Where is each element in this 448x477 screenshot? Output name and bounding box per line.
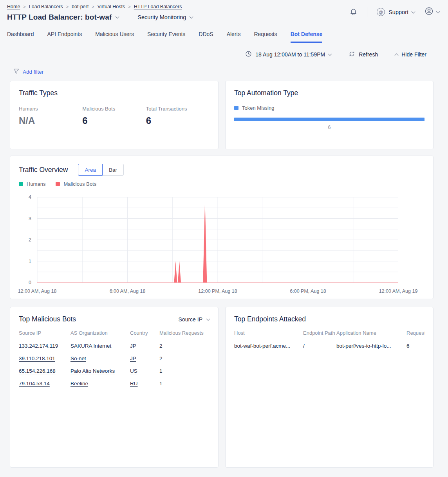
filter-bar: 18 Aug 12:00AM to 11:59PM Refresh Hide F…	[0, 51, 448, 58]
plot-area: 12:00 AM, Aug 186:00 AM, Aug 1812:00 PM,…	[37, 197, 398, 295]
top-malicious-bots-card: Top Malicious Bots Source IP Source IPAS…	[10, 307, 219, 468]
y-tick-label: 2	[29, 237, 31, 243]
endpoints-table: HostEndpoint PathApplication NameRequest…	[234, 330, 425, 352]
header-actions: @ Support	[349, 6, 439, 18]
cell: 2	[159, 352, 210, 365]
tab-malicious-users[interactable]: Malicious Users	[95, 31, 134, 43]
tab-dashboard[interactable]: Dashboard	[7, 31, 34, 43]
column-header: Endpoint Path	[303, 330, 336, 339]
breadcrumb-separator: >	[66, 4, 69, 9]
column-header: Source IP	[19, 330, 70, 339]
chevron-down-icon	[412, 9, 415, 13]
hide-filter-button[interactable]: Hide Filter	[395, 51, 426, 58]
tab-requests[interactable]: Requests	[254, 31, 277, 43]
chevron-down-icon[interactable]	[116, 15, 119, 19]
table-row: 65.154.226.168Palo Alto NetworksUS1	[19, 365, 210, 377]
traffic-overview-header: Traffic Overview Area Bar	[19, 164, 425, 176]
header-divider	[367, 7, 367, 17]
breadcrumb-item: Virtual Hosts	[98, 4, 125, 9]
cell: 1	[159, 365, 210, 377]
breadcrumb-separator: >	[23, 4, 25, 9]
account-icon	[424, 6, 434, 18]
cell-link[interactable]: So-net	[70, 352, 130, 365]
x-tick-label: 12:00 AM, Aug 18	[18, 288, 57, 294]
chart-type-toggle: Area Bar	[78, 164, 124, 176]
breadcrumb-item: Load Balancers	[29, 4, 63, 9]
header-bar: Home>Load Balancers>bot-perf>Virtual Hos…	[0, 0, 448, 22]
legend-label: Humans	[27, 181, 45, 187]
breadcrumb-item[interactable]: HTTP Load Balancers	[134, 4, 182, 9]
date-range-picker[interactable]: 18 Aug 12:00AM to 11:59PM	[245, 51, 331, 58]
clock-icon	[245, 51, 252, 58]
cell-link[interactable]: RU	[130, 377, 159, 390]
chevron-down-icon	[436, 9, 440, 13]
cell-link[interactable]: 39.110.218.101	[19, 352, 70, 365]
x-tick-label: 12:00 AM, Aug 19	[379, 288, 418, 294]
legend-label: Malicious Bots	[63, 181, 96, 187]
table-row: bot-waf-bot-perf.acme.../bot-perf/ves-io…	[234, 339, 425, 352]
stat-value: 6	[82, 115, 146, 126]
cell-link[interactable]: 133.242.174.119	[19, 339, 70, 352]
page: Home>Load Balancers>bot-perf>Virtual Hos…	[0, 0, 448, 468]
context-selector[interactable]: Security Monitoring	[137, 14, 193, 20]
stat-label: Humans	[19, 106, 82, 112]
bell-icon[interactable]	[349, 8, 358, 16]
table-row: 39.110.218.101So-netJP2	[19, 352, 210, 365]
legend-swatch	[234, 106, 238, 110]
column-header: AS Organization	[70, 330, 130, 339]
cell-link[interactable]: JP	[130, 339, 159, 352]
add-filter-label: Add filter	[23, 69, 43, 75]
malicious-bots-table: Source IPAS OrganizationCountryMalicious…	[19, 330, 210, 390]
top-endpoints-attacked-card: Top Endpoints Attacked HostEndpoint Path…	[225, 307, 434, 468]
chevron-down-icon	[206, 317, 210, 321]
card-title: Traffic Overview	[19, 166, 68, 174]
tab-security-events[interactable]: Security Events	[147, 31, 185, 43]
toggle-area-button[interactable]: Area	[78, 164, 103, 176]
traffic-types-stats: HumansN/AMalicious Bots6Total Transactio…	[19, 106, 210, 126]
y-tick-label: 0	[29, 280, 31, 285]
cell-link[interactable]: US	[130, 365, 159, 377]
top-automation-type-card: Top Automation Type Token Missing 6	[225, 81, 434, 149]
context-selector-label: Security Monitoring	[137, 14, 186, 20]
card-title: Traffic Types	[19, 89, 210, 97]
cell: /	[303, 339, 336, 352]
legend-label: Token Missing	[242, 105, 274, 111]
breadcrumb-item: bot-perf	[72, 4, 89, 9]
refresh-label: Refresh	[359, 51, 378, 58]
traffic-overview-plot	[37, 197, 398, 283]
breadcrumb-item[interactable]: Home	[7, 4, 20, 9]
stat-value: N/A	[19, 115, 82, 126]
column-header: Host	[234, 330, 303, 339]
group-by-dropdown[interactable]: Source IP	[179, 316, 210, 323]
tab-alerts[interactable]: Alerts	[227, 31, 241, 43]
account-menu[interactable]	[424, 6, 439, 18]
tab-ddos[interactable]: DDoS	[199, 31, 213, 43]
toggle-bar-button[interactable]: Bar	[102, 164, 124, 176]
support-menu[interactable]: @ Support	[377, 8, 415, 16]
legend-item: Humans	[19, 181, 45, 187]
x-tick-label: 6:00 PM, Aug 18	[290, 288, 326, 294]
automation-bar[interactable]	[234, 118, 425, 121]
cell-link[interactable]: Palo Alto Networks	[70, 365, 130, 377]
cell: 2	[159, 339, 210, 352]
tabs: DashboardAPI EndpointsMalicious UsersSec…	[0, 31, 448, 43]
cell: bot-waf-bot-perf.acme...	[234, 339, 303, 352]
legend-swatch	[19, 182, 23, 186]
stat-label: Malicious Bots	[82, 106, 146, 112]
card-title: Top Automation Type	[234, 89, 425, 97]
cell-link[interactable]: JP	[130, 352, 159, 365]
stat: Malicious Bots6	[82, 106, 146, 126]
column-header: Malicious Requests	[159, 330, 210, 339]
cell-link[interactable]: 65.154.226.168	[19, 365, 70, 377]
tab-api-endpoints[interactable]: API Endpoints	[47, 31, 82, 43]
stat-label: Total Transactions	[146, 106, 210, 112]
refresh-button[interactable]: Refresh	[349, 51, 378, 58]
tab-bot-defense[interactable]: Bot Defense	[291, 31, 323, 43]
cell-link[interactable]: SAKURA Internet	[70, 339, 130, 352]
traffic-overview-chart: 43210 12:00 AM, Aug 186:00 AM, Aug 1812:…	[19, 197, 425, 295]
cell-link[interactable]: Beeline	[70, 377, 130, 390]
cell-link[interactable]: 79.104.53.14	[19, 377, 70, 390]
chevron-down-icon	[190, 15, 193, 19]
support-icon: @	[377, 8, 385, 16]
add-filter-button[interactable]: Add filter	[13, 69, 43, 75]
